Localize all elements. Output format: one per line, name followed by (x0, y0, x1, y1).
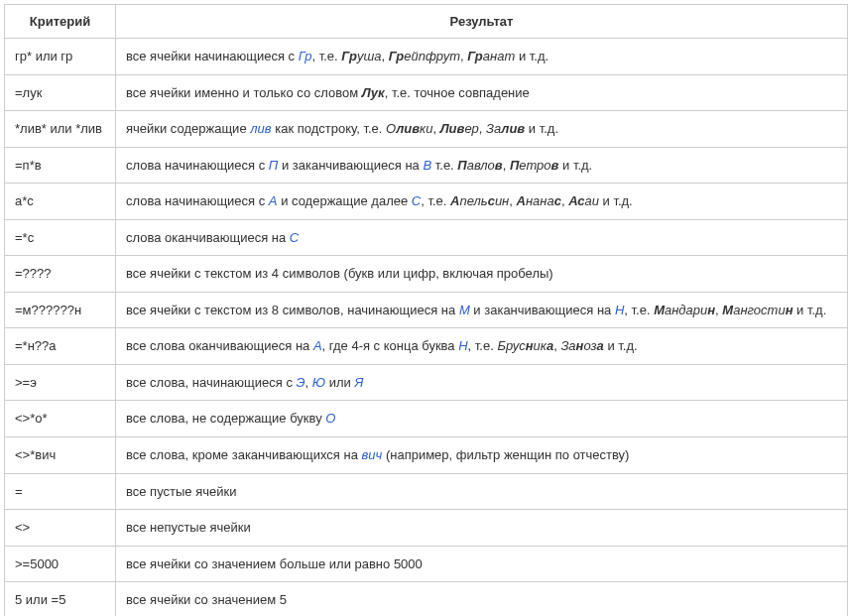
text-fragment: как подстроку, т.е. (272, 121, 386, 136)
result-cell: слова начинающиеся с П и заканчивающиеся… (116, 147, 848, 184)
text-fragment: н (707, 303, 715, 317)
result-cell: все слова оканчивающиеся на А, где 4-я с… (116, 328, 848, 365)
text-fragment: лив (250, 121, 271, 136)
table-row: =м??????нвсе ячейки с текстом из 8 симво… (5, 292, 848, 328)
text-fragment: нана (526, 193, 554, 208)
text-fragment: Я (354, 375, 363, 390)
text-fragment: и т.д. (604, 338, 638, 353)
criterion-cell: гр* или гр (5, 39, 116, 75)
text-fragment: ейпфрут (404, 49, 460, 63)
text-fragment: все ячейки с текстом из 8 символов, начи… (126, 303, 459, 317)
criterion-cell: =???? (5, 256, 116, 293)
text-fragment: аи (584, 193, 598, 208)
text-fragment: С (412, 193, 421, 208)
header-criterion: Критерий (5, 5, 116, 39)
result-cell: слова начинающиеся с А и содержащие дале… (116, 184, 848, 220)
result-cell: все ячейки с текстом из 8 символов, начи… (116, 292, 848, 328)
table-row: а*сслова начинающиеся с А и содержащие д… (5, 184, 848, 220)
table-row: =все пустые ячейки (5, 473, 848, 510)
text-fragment: и заканчивающиеся на (278, 158, 423, 173)
text-fragment: слова начинающиеся с (126, 193, 269, 208)
result-cell: все ячейки начинающиеся с Гр, т.е. Груша… (116, 39, 848, 75)
text-fragment: и т.д. (599, 193, 633, 208)
text-fragment: Гр (467, 49, 483, 63)
text-fragment: все ячейки начинающиеся с (126, 49, 299, 63)
text-fragment: Лив (440, 121, 465, 136)
text-fragment: Лук (362, 85, 385, 100)
text-fragment: слова оканчивающиеся на (126, 230, 290, 245)
text-fragment: М (459, 303, 470, 317)
text-fragment: Брус (497, 338, 525, 353)
text-fragment: , (305, 375, 312, 390)
criterion-cell: =*н??а (5, 328, 116, 365)
text-fragment: все слова, начинающиеся с (126, 375, 297, 390)
text-fragment: етро (519, 158, 550, 173)
criterion-cell: >=э (5, 364, 116, 401)
text-fragment: М (654, 303, 665, 317)
text-fragment: О (325, 411, 335, 426)
text-fragment: лив (396, 121, 420, 136)
table-row: <>*вичвсе слова, кроме заканчивающихся н… (5, 437, 848, 474)
text-fragment: , т.е. (421, 193, 450, 208)
text-fragment: С (290, 230, 299, 245)
table-row: <>все непустые ячейки (5, 510, 848, 547)
text-fragment: ангости (733, 303, 785, 317)
table-row: =п*вслова начинающиеся с П и заканчивающ… (5, 147, 848, 184)
text-fragment: с (554, 193, 561, 208)
table-row: гр* или грвсе ячейки начинающиеся с Гр, … (5, 39, 848, 75)
table-row: =????все ячейки с текстом из 4 символов … (5, 256, 848, 293)
text-fragment: О (386, 121, 396, 136)
result-cell: все слова, начинающиеся с Э, Ю или Я (116, 364, 848, 401)
text-fragment: ин (495, 193, 509, 208)
result-cell: все ячейки со значением больше или равно… (116, 546, 848, 582)
text-fragment: ик (534, 338, 547, 353)
text-fragment: П (457, 158, 466, 173)
table-row: =луквсе ячейки именно и только со словом… (5, 74, 848, 111)
text-fragment: и содержащие далее (278, 193, 412, 208)
text-fragment: , (381, 49, 388, 63)
criterion-cell: <>*о* (5, 401, 116, 437)
text-fragment: все слова, кроме заканчивающихся на (126, 447, 362, 462)
criterion-cell: =м??????н (5, 292, 116, 328)
text-fragment: и т.д. (525, 121, 558, 136)
text-fragment: н (526, 338, 534, 353)
table-row: >=эвсе слова, начинающиеся с Э, Ю или Я (5, 364, 848, 401)
header-row: Критерий Результат (5, 5, 848, 39)
text-fragment: андари (665, 303, 707, 317)
text-fragment: и т.д. (558, 158, 592, 173)
table-row: =*н??авсе слова оканчивающиеся на А, где… (5, 328, 848, 365)
criterion-cell: =*с (5, 219, 116, 256)
text-fragment: все ячейки с текстом из 4 символов (букв… (126, 266, 553, 281)
result-cell: все слова, не содержащие букву О (116, 401, 848, 437)
text-fragment: За (486, 121, 501, 136)
criterion-cell: = (5, 473, 116, 510)
criterion-cell: <>*вич (5, 437, 116, 474)
text-fragment: А (313, 338, 322, 353)
text-fragment: все слова оканчивающиеся на (126, 338, 313, 353)
result-cell: все ячейки именно и только со словом Лук… (116, 74, 848, 111)
text-fragment: , т.е. точное совпадение (385, 85, 530, 100)
text-fragment: , т.е. (311, 49, 341, 63)
text-fragment: ки (420, 121, 432, 136)
text-fragment: Гр (341, 49, 357, 63)
text-fragment: За (560, 338, 575, 353)
text-fragment: н (786, 303, 793, 317)
text-fragment: авло (467, 158, 495, 173)
text-fragment: , (503, 158, 510, 173)
text-fragment: анат (483, 49, 515, 63)
criterion-cell: *лив* или *лив (5, 111, 116, 148)
text-fragment: все пустые ячейки (126, 484, 236, 499)
text-fragment: все ячейки со значением больше или равно… (126, 556, 423, 571)
text-fragment: П (269, 158, 278, 173)
text-fragment: Гр (299, 49, 312, 63)
text-fragment: Ас (568, 193, 584, 208)
header-result: Результат (116, 5, 848, 39)
text-fragment: а (597, 338, 604, 353)
table-row: =*сслова оканчивающиеся на С (5, 219, 848, 256)
text-fragment: и заканчивающиеся на (470, 303, 615, 317)
text-fragment: , (479, 121, 486, 136)
table-row: *лив* или *ливячейки содержащие лив как … (5, 111, 848, 148)
text-fragment: и т.д. (515, 49, 548, 63)
result-cell: все слова, кроме заканчивающихся на вич … (116, 437, 848, 474)
text-fragment: (например, фильтр женщин по отчеству) (382, 447, 629, 462)
